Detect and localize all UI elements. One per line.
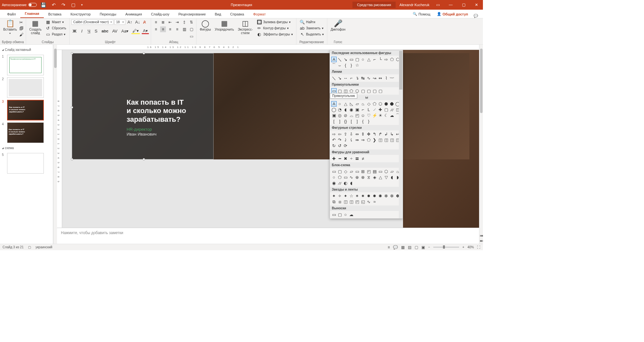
shape-arrow-down-icon[interactable]: ⇩ <box>349 131 354 137</box>
language-indicator[interactable]: украинский <box>35 245 52 249</box>
shape-scribble-icon[interactable]: 〰 <box>389 75 395 81</box>
tab-slideshow[interactable]: Слайд-шоу <box>147 10 174 18</box>
shape-heart-icon[interactable]: ♡ <box>366 113 371 118</box>
next-slide-icon[interactable]: ⏭ <box>480 239 483 242</box>
save-icon[interactable]: 💾 <box>41 2 46 7</box>
shape-hexagon-icon[interactable]: ⬡ <box>378 101 383 107</box>
shape-offpage-icon[interactable]: ⬠ <box>337 175 342 180</box>
shape-connector-icon[interactable]: ⌐ <box>372 57 377 62</box>
shape-curve-icon[interactable]: ⌒ <box>331 62 337 68</box>
shape-star24-icon[interactable]: ✼ <box>389 193 395 199</box>
shape-round-rect-icon[interactable]: ▢ <box>372 88 377 94</box>
share-button[interactable]: 👤Общий доступ <box>434 10 471 18</box>
shape-dodecagon-icon[interactable]: ◯ <box>331 107 337 112</box>
shape-ribbon-icon[interactable]: ◫ <box>349 199 354 204</box>
scrollbar-thumb[interactable] <box>480 49 483 113</box>
shape-arrow-leftright-icon[interactable]: ⇔ <box>354 131 360 137</box>
cut-icon[interactable]: ✂ <box>19 20 24 25</box>
resize-handle[interactable] <box>143 158 145 160</box>
autosave-toggle[interactable]: Автосохранение <box>2 3 37 7</box>
section-button[interactable]: ▭Раздел ▾ <box>44 32 67 37</box>
shape-arrow-curved-icon[interactable]: ⤸ <box>343 137 348 143</box>
horizontal-ruler[interactable]: 16 15 14 13 12 11 10 9 8 7 6 5 4 3 2 1 <box>57 45 479 50</box>
shape-star10-icon[interactable]: ✹ <box>372 193 377 199</box>
tab-review[interactable]: Рецензирование <box>174 10 210 18</box>
zoom-out-icon[interactable]: − <box>428 245 430 249</box>
shape-card-icon[interactable]: ▭ <box>343 175 348 180</box>
slide-thumbnails-panel[interactable]: Слайд заглавный 1Профессии востребованны… <box>0 45 53 244</box>
shape-arrow-right-icon[interactable]: ⇨ <box>383 57 389 62</box>
shape-tape-icon[interactable]: ∿ <box>349 175 354 180</box>
shape-terminator-icon[interactable]: ▭ <box>378 169 383 174</box>
minimize-icon[interactable]: — <box>446 3 455 7</box>
shape-textbox-icon[interactable]: A <box>331 101 337 107</box>
font-color-icon[interactable]: A▾ <box>142 28 149 34</box>
shape-brace-icon[interactable]: } <box>349 62 354 68</box>
quick-styles-button[interactable]: ◫Экспресс- стили <box>236 19 254 35</box>
tab-design[interactable]: Конструктор <box>66 10 95 18</box>
shape-sun-icon[interactable]: ☀ <box>378 113 383 118</box>
shape-curve-icon[interactable]: ∿ <box>366 75 371 81</box>
change-case-icon[interactable]: Aa▾ <box>120 28 130 34</box>
undo-icon[interactable]: ↶ <box>52 2 56 7</box>
shape-round-rect-icon[interactable]: ▢ <box>366 88 371 94</box>
shape-right-brace-icon[interactable]: } <box>366 119 371 124</box>
shape-arrow-quad-icon[interactable]: ✥ <box>366 131 371 137</box>
slide-thumbnail[interactable]: 1Профессии востребованные в ИТ <box>2 55 51 75</box>
increase-font-icon[interactable]: A↑ <box>126 19 133 25</box>
shape-arrow-pentagon-icon[interactable]: ⬠ <box>366 137 371 143</box>
slide-canvas[interactable]: Как попасть в IT и сколько можно зарабат… <box>62 50 479 228</box>
clear-formatting-icon[interactable]: A̷ <box>142 19 147 25</box>
shape-brace-icon[interactable]: { <box>343 62 348 68</box>
shape-diagonal-stripe-icon[interactable]: ⟋ <box>372 107 377 112</box>
shape-brace-pair-icon[interactable]: {} <box>343 119 348 124</box>
shape-double-wave-icon[interactable]: ≈ <box>372 199 377 204</box>
vertical-ruler[interactable]: 8 7 6 5 4 3 2 1 0 1 2 3 4 5 6 7 8 9 <box>57 50 62 228</box>
shape-direct-access-icon[interactable]: ◐ <box>343 180 348 186</box>
shape-pentagon-icon[interactable]: ⬠ <box>372 101 377 107</box>
slide-thumbnail[interactable]: 5 <box>2 153 51 174</box>
thumbnail-preview[interactable] <box>7 77 44 98</box>
zoom-level[interactable]: 40% <box>467 245 474 249</box>
fit-to-window-icon[interactable]: ⛶ <box>477 245 480 249</box>
shape-chord-icon[interactable]: ◖ <box>343 107 348 112</box>
line-spacing-icon[interactable]: ‡ <box>181 19 187 25</box>
thumbnail-preview[interactable]: Профессии востребованные в ИТ <box>7 55 44 75</box>
font-size-combo[interactable]: 18▾ <box>114 19 125 25</box>
shape-curve-double-icon[interactable]: ↭ <box>378 75 383 81</box>
toggle-switch-icon[interactable] <box>28 3 37 7</box>
shape-alt-process-icon[interactable]: ▢ <box>337 169 342 174</box>
shape-ribbon-icon[interactable]: ⧈ <box>337 199 342 204</box>
shape-outline-button[interactable]: ✏Контур фигуры ▾ <box>255 25 294 31</box>
shape-can-icon[interactable]: ⌭ <box>389 107 395 112</box>
shape-rounded-rect-icon[interactable]: ▢ <box>354 57 360 62</box>
select-button[interactable]: ↖Выделить ▾ <box>298 32 325 37</box>
shape-star6-icon[interactable]: ✶ <box>354 193 360 199</box>
underline-button[interactable]: Ч <box>86 28 91 34</box>
shape-curve-icon[interactable]: ⌣ <box>337 62 342 68</box>
shape-plaque-icon[interactable]: ▢ <box>383 107 389 112</box>
shape-stored-data-icon[interactable]: ◖ <box>389 175 395 180</box>
spell-check-icon[interactable]: ▢ <box>28 245 31 249</box>
shape-left-brace-icon[interactable]: { <box>360 119 366 124</box>
panel-scrollbar[interactable] <box>53 45 57 244</box>
gallery-scrollbar[interactable] <box>399 50 403 218</box>
shape-or-icon[interactable]: ⊗ <box>360 175 366 180</box>
shape-arrow-bent-icon[interactable]: ↱ <box>378 131 383 137</box>
shape-arrow-icon[interactable]: ↘ <box>343 57 348 62</box>
shape-ribbon-icon[interactable]: ◫ <box>343 199 348 204</box>
shape-freeform-icon[interactable]: ⌇ <box>383 75 389 81</box>
shape-triangle-icon[interactable]: △ <box>343 101 348 107</box>
shape-arrow-circular-icon[interactable]: ⟳ <box>343 143 348 148</box>
slide-thumbnail[interactable]: 2 <box>2 77 51 98</box>
shape-connector-icon[interactable]: └ <box>378 57 383 62</box>
shape-bevel-icon[interactable]: ▣ <box>331 113 337 118</box>
user-name[interactable]: Alexandr Kucheruk <box>399 3 429 7</box>
shape-fill-button[interactable]: 🔲Заливка фигуры ▾ <box>255 19 294 25</box>
shape-callout-icon[interactable]: ▭ <box>331 212 337 217</box>
slide-thumbnail[interactable]: 4Как попасть в IT и сколько можно зараба… <box>2 122 51 143</box>
close-icon[interactable]: ✕ <box>472 3 481 7</box>
shapes-button[interactable]: ◯Фигуры <box>198 19 212 32</box>
resize-handle[interactable] <box>71 158 73 160</box>
shape-l-shape-icon[interactable]: L <box>366 107 371 112</box>
